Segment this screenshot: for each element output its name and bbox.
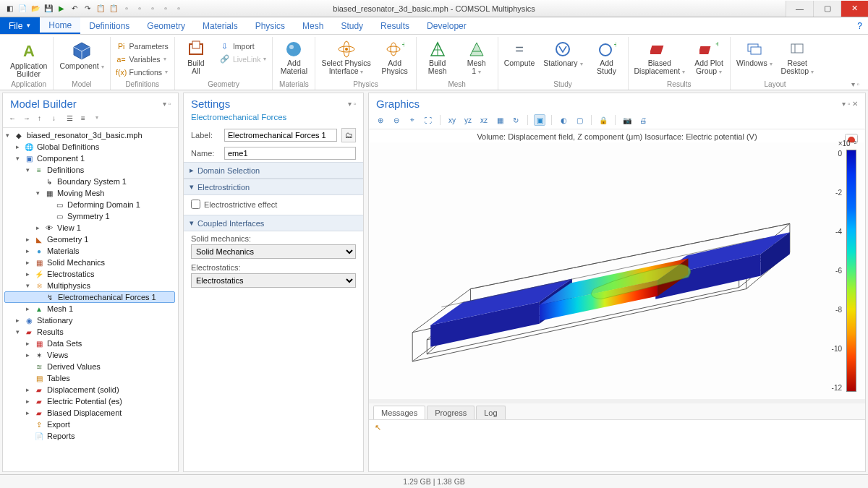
qat-icon2[interactable]: ▫ [135, 4, 145, 14]
zoom-in-icon[interactable]: ⊕ [375, 114, 386, 126]
copy-icon[interactable]: 📋 [95, 4, 106, 14]
tab-results[interactable]: Results [372, 17, 418, 34]
mb-more-icon[interactable]: ▾ [95, 114, 106, 124]
tab-mesh[interactable]: Mesh [294, 17, 332, 34]
qat-icon1[interactable]: ▫ [122, 4, 132, 14]
zoom-out-icon[interactable]: ⊖ [391, 114, 402, 126]
functions-button[interactable]: f(x)Functions ▾ [116, 66, 169, 78]
section-electrostriction[interactable]: ▾Electrostriction [184, 179, 363, 195]
electrostatics-select[interactable]: Electrostatics [191, 273, 356, 288]
back-icon[interactable]: ← [9, 114, 19, 124]
colorbar: ×10⁻³ 0 -2 -4 -6 -8 -10 -12 [819, 150, 856, 392]
build-all-button[interactable]: BuildAll [178, 38, 214, 77]
mesh-icon: ▲ [34, 304, 44, 314]
go-button[interactable]: 🗂 [341, 128, 356, 142]
pane-tools: ▾ ▫ [851, 80, 859, 88]
svg-point-19 [556, 43, 569, 56]
scenelight-icon[interactable]: ◐ [558, 114, 569, 126]
livelink-button[interactable]: 🔗LiveLink ▾ [220, 53, 267, 65]
play-icon[interactable]: ▶ [56, 4, 67, 14]
collapse-icon[interactable]: ≡ [81, 114, 91, 124]
snapshot-icon[interactable]: 📷 [621, 114, 633, 126]
windows-button[interactable]: Windows ▾ [733, 38, 775, 69]
component-button[interactable]: Component ▾ [56, 38, 106, 72]
yz-icon[interactable]: yz [462, 114, 474, 126]
tab-geometry[interactable]: Geometry [138, 17, 194, 34]
add-physics-button[interactable]: ＋ AddPhysics [377, 38, 413, 77]
print-icon[interactable]: 🖨 [637, 114, 649, 126]
messages-area[interactable]: ↖ [369, 420, 865, 471]
tab-study[interactable]: Study [332, 17, 372, 34]
redo-icon[interactable]: ↷ [82, 4, 93, 14]
xz-icon[interactable]: xz [478, 114, 490, 126]
electrostrictive-effect-checkbox[interactable] [191, 200, 200, 209]
build-icon [187, 40, 205, 59]
window-close-button[interactable]: ✕ [841, 1, 868, 17]
window-titlebar: ◧ 📄 📂 💾 ▶ ↶ ↷ 📋 📋 ▫ ▫ ▫ ▫ ▫ biased_reson… [0, 0, 868, 17]
graphics-canvas[interactable] [369, 142, 819, 399]
fwd-icon[interactable]: → [23, 114, 33, 124]
application-builder-button[interactable]: A ApplicationBuilder [7, 38, 50, 80]
add-study-button[interactable]: ＋ AddStudy [589, 38, 625, 77]
label-input[interactable] [224, 129, 337, 142]
electrostatics-label: Electrostatics: [191, 263, 356, 273]
zoom-box-icon[interactable]: ⌖ [407, 114, 418, 126]
tab-progress[interactable]: Progress [427, 406, 475, 419]
add-plot-group-button[interactable]: ＋ Add PlotGroup ▾ [691, 38, 727, 77]
tab-log[interactable]: Log [476, 406, 505, 419]
tab-developer[interactable]: Developer [418, 17, 475, 34]
compute-icon: = [510, 40, 529, 59]
tab-physics[interactable]: Physics [247, 17, 294, 34]
messages-pane: Messages Progress Log ▾ ▫ ↖ [369, 399, 865, 471]
down-icon[interactable]: ↓ [52, 114, 62, 124]
tab-messages[interactable]: Messages [373, 406, 425, 419]
file-menu-button[interactable]: File ▼ [0, 17, 40, 34]
materials-icon: ● [34, 246, 44, 256]
save-icon[interactable]: 💾 [43, 4, 54, 14]
open-icon[interactable]: 📂 [30, 4, 41, 14]
transparency-icon[interactable]: ▢ [574, 114, 585, 126]
group-label-geometry: Geometry [208, 80, 239, 90]
window-maximize-button[interactable]: ▢ [813, 1, 841, 17]
plot3-icon: ▰ [34, 408, 44, 418]
section-domain-selection[interactable]: ▸Domain Selection [184, 162, 363, 179]
zoom-extents-icon[interactable]: ⛶ [422, 114, 434, 126]
compute-button[interactable]: = Compute [501, 38, 538, 69]
undo-icon[interactable]: ↶ [69, 4, 80, 14]
paste-icon[interactable]: 📋 [109, 4, 119, 14]
stationary-button[interactable]: Stationary ▾ [540, 38, 585, 69]
xy-icon[interactable]: xy [446, 114, 458, 126]
build-mesh-button[interactable]: BuildMesh [420, 38, 456, 77]
model-tree[interactable]: ▾◆biased_resonator_3d_basic.mph ▸🌐Global… [3, 129, 178, 471]
section-coupled-interfaces[interactable]: ▾Coupled Interfaces [184, 215, 363, 231]
qat-icon3[interactable]: ▫ [148, 4, 158, 14]
add-material-button[interactable]: AddMaterial [276, 38, 312, 77]
name-input[interactable] [224, 147, 356, 160]
mesh1-button[interactable]: Mesh1 ▾ [459, 38, 495, 77]
help-icon[interactable]: ? [851, 17, 868, 34]
up-icon[interactable]: ↑ [38, 114, 48, 124]
select-physics-interface-button[interactable]: Select PhysicsInterface ▾ [318, 38, 373, 77]
select-icon[interactable]: ▣ [534, 114, 545, 126]
parameters-button[interactable]: PiParameters [116, 40, 169, 52]
tab-materials[interactable]: Materials [194, 17, 247, 34]
solid-mechanics-select[interactable]: Solid Mechanics [191, 244, 356, 259]
biased-displacement-button[interactable]: BiasedDisplacement ▾ [631, 38, 689, 77]
lock-icon[interactable]: 🔒 [597, 114, 609, 126]
new-icon[interactable]: 📄 [17, 4, 27, 14]
default3d-icon[interactable]: ▦ [494, 114, 506, 126]
atom-plus-icon: ＋ [386, 40, 404, 59]
window-minimize-button[interactable]: — [786, 1, 813, 17]
variables-button[interactable]: a=Variables ▾ [116, 53, 169, 65]
svg-rect-4 [192, 41, 200, 48]
reset-desktop-button[interactable]: ResetDesktop ▾ [778, 38, 817, 77]
tab-definitions[interactable]: Definitions [80, 17, 138, 34]
qat-icon5[interactable]: ▫ [174, 4, 184, 14]
rotate-icon[interactable]: ↻ [510, 114, 522, 126]
tree-node-em-forces[interactable]: ↯Electromechanical Forces 1 [4, 291, 175, 303]
mesh-icon [467, 40, 486, 59]
import-button[interactable]: ⇩Import [220, 40, 267, 52]
tab-home[interactable]: Home [40, 17, 80, 34]
qat-icon4[interactable]: ▫ [161, 4, 171, 14]
expand-icon[interactable]: ☰ [67, 114, 77, 124]
